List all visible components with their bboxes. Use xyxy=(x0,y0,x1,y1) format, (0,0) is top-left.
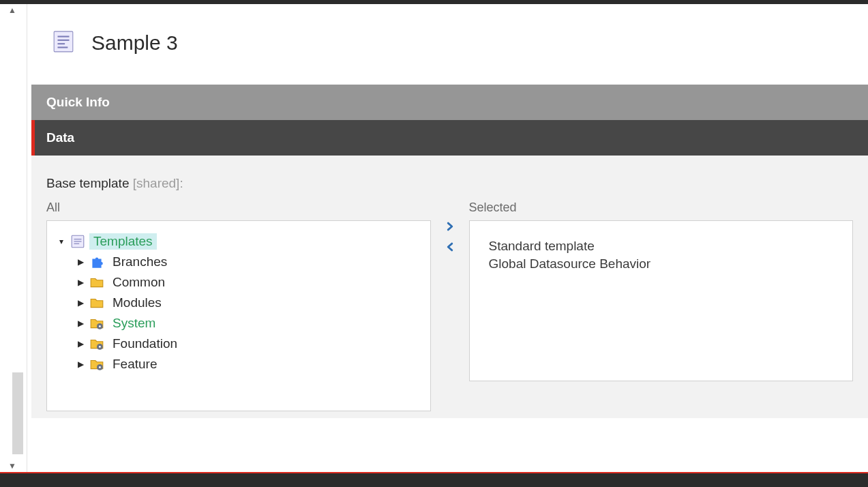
footer-bar xyxy=(0,473,868,487)
tree-node-label: Foundation xyxy=(108,336,181,352)
expand-icon[interactable]: ▶ xyxy=(76,298,85,308)
svg-point-10 xyxy=(99,325,101,327)
folder-icon xyxy=(89,295,104,310)
expand-icon[interactable]: ▶ xyxy=(76,359,85,369)
tree-node-label: System xyxy=(108,315,160,331)
splitter-handle[interactable] xyxy=(12,372,23,454)
tree-node-system[interactable]: ▶ System xyxy=(76,315,426,331)
page-title: Sample 3 xyxy=(91,31,178,55)
folder-gear-icon xyxy=(89,357,104,372)
content-panel: Sample 3 Quick Info Data Base template [… xyxy=(31,4,868,473)
svg-point-12 xyxy=(99,346,101,348)
tree-node-foundation[interactable]: ▶ Foundation xyxy=(76,336,426,352)
data-section-body: Base template [shared]: All ▾ xyxy=(31,156,868,418)
selected-listbox: Standard template Global Datasource Beha… xyxy=(469,220,854,381)
move-right-button[interactable] xyxy=(443,220,457,233)
selected-item[interactable]: Global Datasource Behavior xyxy=(489,256,839,271)
tree-node-label: Feature xyxy=(108,356,161,372)
tree-node-label: Common xyxy=(108,274,169,291)
selected-scroll[interactable]: Standard template Global Datasource Beha… xyxy=(470,221,853,381)
field-label-text: Base template xyxy=(46,176,129,190)
mover-buttons xyxy=(440,201,460,254)
template-icon xyxy=(52,30,75,56)
templates-icon xyxy=(70,234,85,249)
section-data[interactable]: Data xyxy=(31,120,868,156)
folder-gear-icon xyxy=(89,316,104,331)
all-column-label: All xyxy=(46,201,431,215)
selected-column-label: Selected xyxy=(469,201,854,215)
expand-icon[interactable]: ▶ xyxy=(76,257,85,267)
move-left-button[interactable] xyxy=(443,240,457,254)
field-shared-suffix: [shared]: xyxy=(129,176,183,190)
expand-icon[interactable]: ▶ xyxy=(76,339,85,349)
puzzle-icon xyxy=(89,254,104,269)
section-data-label: Data xyxy=(46,130,74,145)
tree-node-feature[interactable]: ▶ Feature xyxy=(76,356,426,372)
tree-node-label: Modules xyxy=(108,295,166,311)
field-label-base-template: Base template [shared]: xyxy=(46,176,853,191)
scroll-up-icon[interactable]: ▲ xyxy=(8,5,16,15)
tree-node-modules[interactable]: ▶ Modules xyxy=(76,295,426,311)
all-listbox: ▾ Templates ▶ xyxy=(46,220,431,411)
all-tree-scroll[interactable]: ▾ Templates ▶ xyxy=(47,221,430,411)
section-quick-info-label: Quick Info xyxy=(46,95,110,110)
tree-node-branches[interactable]: ▶ Branches xyxy=(76,254,426,270)
collapse-icon[interactable]: ▾ xyxy=(57,237,66,246)
tree-picker: All ▾ Templates xyxy=(46,201,853,411)
footer-accent xyxy=(0,472,868,473)
section-quick-info[interactable]: Quick Info xyxy=(31,85,868,120)
svg-point-14 xyxy=(99,366,101,368)
scroll-down-icon[interactable]: ▼ xyxy=(8,461,16,471)
svg-rect-0 xyxy=(54,31,73,52)
all-column: All ▾ Templates xyxy=(46,201,431,411)
expand-icon[interactable]: ▶ xyxy=(76,319,85,328)
tree-node-label: Templates xyxy=(89,233,157,250)
tree-node-label: Branches xyxy=(108,254,171,270)
tree-node-common[interactable]: ▶ Common xyxy=(76,274,426,291)
expand-icon[interactable]: ▶ xyxy=(76,278,85,287)
folder-gear-icon xyxy=(89,336,104,351)
tree-node-templates[interactable]: ▾ Templates xyxy=(57,233,426,250)
item-header: Sample 3 xyxy=(31,4,868,85)
left-rail: ▲ ▼ xyxy=(0,4,27,473)
selected-item[interactable]: Standard template xyxy=(489,239,839,254)
selected-column: Selected Standard template Global Dataso… xyxy=(469,201,854,381)
folder-icon xyxy=(89,275,104,290)
